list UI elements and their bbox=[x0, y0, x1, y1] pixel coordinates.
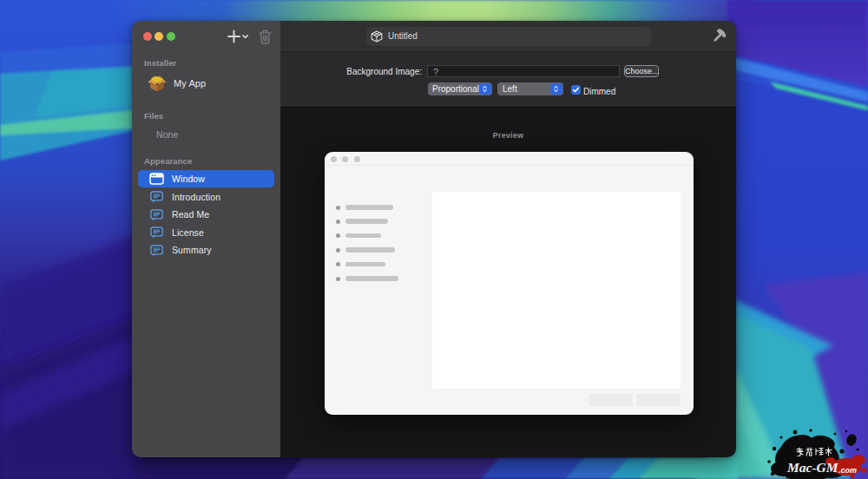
svg-text:Mac-GM: Mac-GM bbox=[786, 460, 839, 475]
svg-text:.com: .com bbox=[838, 466, 857, 475]
